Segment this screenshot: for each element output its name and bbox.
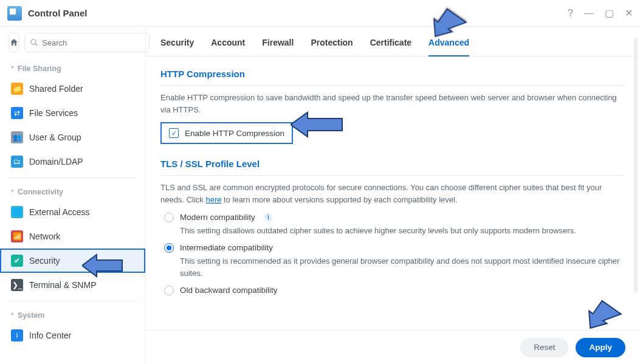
file-services-icon: ⇄: [11, 107, 23, 119]
chevron-up-icon: ˄: [11, 66, 14, 72]
tab-certificate[interactable]: Certificate: [370, 38, 411, 56]
sidebar-item-label: Network: [29, 232, 60, 241]
search-input[interactable]: [42, 38, 144, 47]
shield-icon: ✔: [11, 255, 23, 267]
sidebar-item-user-group[interactable]: 👥 User & Group: [0, 125, 145, 149]
enable-http-compression-row[interactable]: ✓ Enable HTTP Compression: [160, 122, 293, 144]
tls-here-link[interactable]: here: [205, 195, 221, 204]
sidebar-item-label: External Access: [29, 207, 90, 217]
close-icon[interactable]: ✕: [625, 9, 633, 18]
info-icon[interactable]: i: [264, 213, 273, 222]
group-label: System: [18, 311, 44, 320]
section-tls-title: TLS / SSL Profile Level: [160, 155, 625, 176]
radio-modern-label: Modern compatibility: [180, 213, 255, 222]
radio-modern[interactable]: [164, 213, 174, 222]
tls-desc: TLS and SSL are common encrypted protoco…: [160, 182, 625, 206]
group-file-sharing[interactable]: ˄ File Sharing: [0, 58, 145, 77]
help-icon[interactable]: ?: [568, 9, 573, 18]
user-group-icon: 👥: [11, 131, 23, 143]
tls-desc-b: to learn more about versions supported b…: [221, 195, 457, 204]
sidebar-item-file-services[interactable]: ⇄ File Services: [0, 101, 145, 125]
tab-security[interactable]: Security: [160, 38, 194, 56]
sidebar-item-terminal-snmp[interactable]: ❯_ Terminal & SNMP: [0, 273, 145, 297]
tls-option-modern[interactable]: Modern compatibility i: [164, 213, 625, 222]
radio-old-label: Old backward compatibility: [180, 286, 278, 295]
sidebar-item-label: Domain/LDAP: [29, 157, 83, 167]
sidebar-item-label: Shared Folder: [29, 84, 83, 94]
sidebar-item-label: Info Center: [29, 331, 71, 340]
radio-old[interactable]: [164, 286, 174, 295]
sidebar-item-external-access[interactable]: 🌐 External Access: [0, 200, 145, 224]
radio-intermediate-label: Intermediate compatibility: [180, 243, 273, 252]
search-field[interactable]: [24, 33, 150, 52]
svg-point-0: [31, 39, 36, 44]
tab-firewall[interactable]: Firewall: [262, 38, 294, 56]
globe-icon: 🌐: [11, 206, 23, 218]
sidebar-item-label: File Services: [29, 108, 78, 118]
scrollbar[interactable]: [634, 38, 638, 293]
reset-button[interactable]: Reset: [520, 338, 568, 357]
tls-modern-desc: This setting disallows outdated cipher s…: [180, 225, 625, 237]
sidebar-item-label: Security: [29, 256, 60, 266]
tls-intermediate-desc: This setting is recommended as it provid…: [180, 255, 625, 280]
footer-bar: Reset Apply: [146, 330, 640, 364]
chevron-up-icon: ˄: [11, 189, 14, 196]
section-http-compression-title: HTTP Compression: [160, 65, 625, 86]
sidebar-item-shared-folder[interactable]: 📁 Shared Folder: [0, 77, 145, 101]
group-connectivity[interactable]: ˄ Connectivity: [0, 182, 145, 200]
tls-option-old[interactable]: Old backward compatibility: [164, 286, 625, 295]
home-icon: [9, 38, 19, 47]
main-panel: Security Account Firewall Protection Cer…: [146, 27, 640, 364]
sidebar: ˄ File Sharing 📁 Shared Folder ⇄ File Se…: [0, 27, 146, 364]
minimize-icon[interactable]: —: [584, 9, 594, 18]
tab-advanced[interactable]: Advanced: [428, 38, 469, 56]
enable-http-compression-checkbox[interactable]: ✓: [169, 128, 179, 138]
chevron-up-icon: ˄: [11, 312, 14, 319]
home-button[interactable]: [9, 33, 19, 52]
search-icon: [30, 38, 38, 47]
titlebar: Control Panel ? — ▢ ✕: [0, 0, 640, 27]
tls-option-intermediate[interactable]: Intermediate compatibility: [164, 243, 625, 253]
http-compression-desc: Enable HTTP compression to save bandwidt…: [160, 92, 625, 116]
sidebar-item-security[interactable]: ✔ Security: [0, 249, 145, 273]
group-label: Connectivity: [18, 188, 63, 196]
window-controls: ? — ▢ ✕: [568, 9, 633, 18]
folder-icon: 📁: [11, 83, 23, 95]
sidebar-item-label: Terminal & SNMP: [29, 280, 96, 290]
window-title: Control Panel: [28, 8, 88, 18]
info-icon: i: [11, 329, 23, 342]
terminal-icon: ❯_: [11, 279, 23, 291]
domain-ldap-icon: 🗂: [11, 156, 23, 168]
sidebar-item-domain-ldap[interactable]: 🗂 Domain/LDAP: [0, 149, 145, 174]
sidebar-item-label: User & Group: [29, 132, 81, 142]
tabbar: Security Account Firewall Protection Cer…: [146, 27, 640, 57]
network-icon: 📶: [11, 230, 23, 242]
group-system[interactable]: ˄ System: [0, 305, 145, 323]
group-label: File Sharing: [18, 64, 61, 73]
tab-account[interactable]: Account: [211, 38, 245, 56]
enable-http-compression-label: Enable HTTP Compression: [185, 129, 284, 138]
app-icon: [7, 6, 22, 21]
radio-intermediate[interactable]: [164, 243, 174, 253]
sidebar-item-info-center[interactable]: i Info Center: [0, 323, 145, 348]
content-scroll[interactable]: HTTP Compression Enable HTTP compression…: [146, 57, 640, 364]
svg-line-1: [35, 44, 38, 46]
maximize-icon[interactable]: ▢: [605, 9, 614, 18]
apply-button[interactable]: Apply: [576, 338, 625, 357]
sidebar-item-network[interactable]: 📶 Network: [0, 224, 145, 249]
tab-protection[interactable]: Protection: [311, 38, 353, 56]
